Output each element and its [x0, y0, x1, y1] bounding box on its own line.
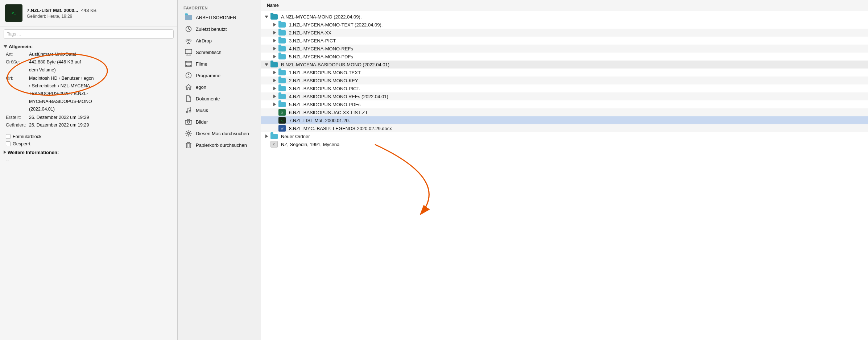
sidebar-item-dokumente[interactable]: Dokumente [179, 93, 259, 104]
disclosure-nz-segedin [264, 142, 269, 147]
folder-icon-a-mycena-text [278, 22, 286, 28]
checkbox-gesperrt-box[interactable] [6, 141, 11, 146]
sidebar-label-filme: Filme [196, 61, 207, 67]
tree-item-b-legends[interactable]: W 8.NZL-MYC.-BASIP.-LEGENDS-2020.02.29.d… [261, 124, 868, 132]
tree-item-a-mycena-refs[interactable]: 4.NZL-MYCENA-MONO-REFs [261, 45, 868, 53]
disclosure-b-key[interactable] [272, 78, 277, 83]
tree-item-nz-segedin[interactable]: 🗒 NZ, Segedin, 1991, Mycena [261, 140, 868, 148]
info-table: Art: Ausführbare Unix-Datei Größe: 442.8… [0, 51, 177, 133]
sidebar-label-programme: Programme [196, 73, 220, 78]
tree-item-a-mycena-text[interactable]: 1.NZL-MYCENA-MONO-TEXT (2022.04.09). [261, 21, 868, 29]
tree-item-b-text[interactable]: 1.NZL-BASIDOPUS-MONO-TEXT [261, 69, 868, 76]
tree-label-b-basidopus: B.NZL-MYCENA-BASIDOPUS-MONO (2022.04.01) [281, 62, 389, 67]
info-label-groesse: Größe: [6, 58, 28, 74]
svg-rect-13 [186, 65, 187, 66]
tags-field[interactable]: Tags ... [4, 29, 174, 39]
tree-label-b-jac: 6.NZL-BASIDOPUS-JAC-XX-LIST-ZT [289, 110, 368, 115]
checkbox-formularblock-label: Formularblock [13, 134, 41, 139]
file-icon-generic-nz: 🗒 [270, 141, 278, 148]
folder-icon-b-key [278, 78, 286, 83]
sidebar-item-arbeitsordner[interactable]: ARBEITSORDNER [179, 12, 259, 23]
disclosure-b-text[interactable] [272, 70, 277, 75]
tree-item-b-basidopus[interactable]: B.NZL-MYCENA-BASIDOPUS-MONO (2022.04.01) [261, 61, 868, 69]
info-row-groesse: Größe: 442.880 Byte (446 KB aufdem Volum… [6, 58, 174, 74]
monitor-icon [185, 49, 192, 56]
tree-label-b-pdfs: 5.NZL-BASIDOPUS-MONO-PDFs [289, 102, 360, 107]
disclosure-b-pict[interactable] [272, 86, 277, 91]
sidebar-item-airdrop[interactable]: AirDrop [179, 35, 259, 46]
disclosure-b-pdfs[interactable] [272, 102, 277, 107]
sidebar-item-musik[interactable]: Musik [179, 105, 259, 116]
sidebar-item-mac-suchen[interactable]: Diesen Mac durchsuchen [179, 128, 259, 139]
sidebar-label-dokumente: Dokumente [196, 96, 220, 101]
tree-item-neuer-ordner[interactable]: Neuer Ordner [261, 132, 868, 140]
weitere-info-section-header[interactable]: Weitere Informationen: [0, 148, 177, 157]
sidebar-label-airdrop: AirDrop [196, 38, 212, 43]
folder-icon-a-mycena-refs [278, 46, 286, 51]
tree-item-a-mycena-pdfs[interactable]: 5.NZL-MYCENA-MONO-PDFs [261, 53, 868, 61]
tree-item-a-mycena[interactable]: A.NZL-MYCENA-MONO (2022.04.09). [261, 13, 868, 21]
svg-line-2 [189, 29, 190, 30]
tree-item-b-pict[interactable]: 3.NZL-BASIDOPUS-MONO-PICT. [261, 84, 868, 92]
checkbox-formularblock[interactable]: Formularblock [0, 133, 177, 140]
disclosure-a-mycena-refs[interactable] [272, 46, 277, 51]
camera-icon [185, 118, 192, 125]
info-value-art: Ausführbare Unix-Datei [29, 51, 76, 58]
svg-point-19 [186, 111, 188, 113]
tree-item-b-refs[interactable]: 4.NZL-BASIDOPUS-MONO REFs (2022.04.01) [261, 92, 868, 100]
sidebar-item-schreibtisch[interactable]: Schreibtisch [179, 47, 259, 58]
sidebar-item-papierkorb[interactable]: Papierkorb durchsuchen [179, 140, 259, 150]
checkbox-gesperrt[interactable]: Gesperrt [0, 140, 177, 148]
tree-label-nz-segedin: NZ, Segedin, 1991, Mycena [281, 142, 339, 147]
compass-icon [185, 72, 192, 79]
disclosure-a-mycena-pict[interactable] [272, 38, 277, 43]
info-row-geaendert: Geändert: 26. Dezember 2022 um 19:29 [6, 121, 174, 129]
disclosure-neuer-ordner[interactable] [264, 134, 269, 139]
disclosure-b-jac [272, 110, 277, 115]
info-row-art: Art: Ausführbare Unix-Datei [6, 51, 174, 58]
tree-item-b-jac[interactable]: X 6.NZL-BASIDOPUS-JAC-XX-LIST-ZT [261, 108, 868, 116]
sidebar-label-arbeitsordner: ARBEITSORDNER [196, 15, 236, 20]
folder-icon-a-mycena [270, 14, 278, 20]
disclosure-a-mycena-pdfs[interactable] [272, 54, 277, 59]
svg-rect-4 [185, 49, 192, 54]
svg-rect-12 [190, 62, 191, 62]
folder-icon-b-pict [278, 86, 286, 91]
disclosure-b-refs[interactable] [272, 94, 277, 99]
tree-item-b-pdfs[interactable]: 5.NZL-BASIDOPUS-MONO-PDFs [261, 100, 868, 108]
sidebar-label-zuletzt: Zuletzt benutzt [196, 26, 227, 32]
tree-item-b-key[interactable]: 2.NZL-BASIDOPUS-MONO-KEY [261, 76, 868, 84]
folder-icon-a-mycena-pict [278, 38, 286, 43]
allgemein-section-header[interactable]: Allgemein: [0, 42, 177, 51]
sidebar-item-filme[interactable]: Filme [179, 58, 259, 69]
tree-item-b-nzl-list[interactable]: >_ 7.NZL-LIST Mat. 2000.01.20. [261, 116, 868, 124]
sidebar-item-bilder[interactable]: Bilder [179, 116, 259, 127]
svg-point-17 [188, 75, 189, 76]
info-panel: >_ 7.NZL-LIST Mat. 2000... 443 KB Geände… [0, 0, 178, 340]
svg-rect-24 [186, 143, 191, 148]
tree-label-a-mycena-xx: 2.NZL-MYCENA-XX [289, 30, 331, 36]
weitere-info-dashes: -- [0, 157, 177, 163]
disclosure-a-mycena-text[interactable] [272, 22, 277, 27]
sidebar-item-programme[interactable]: Programme [179, 70, 259, 81]
disclosure-a-mycena-xx[interactable] [272, 30, 277, 35]
checkbox-formularblock-box[interactable] [6, 134, 11, 139]
sidebar-label-musik: Musik [196, 108, 208, 113]
sidebar-item-egon[interactable]: egon [179, 82, 259, 92]
allgemein-label: Allgemein: [9, 44, 33, 49]
tree-item-a-mycena-xx[interactable]: 2.NZL-MYCENA-XX [261, 29, 868, 37]
disclosure-triangle-allgemein [4, 45, 7, 48]
info-row-erstellt: Erstellt: 26. Dezember 2022 um 19:29 [6, 114, 174, 121]
file-icon-text: >_ [12, 11, 16, 15]
trash-icon [185, 141, 192, 149]
folder-icon-a-mycena-xx [278, 30, 286, 36]
disclosure-b-basidopus[interactable] [264, 62, 269, 67]
info-value-geaendert: 26. Dezember 2022 um 19:29 [29, 121, 89, 129]
tree-item-a-mycena-pict[interactable]: 3.NZL-MYCENA-PICT. [261, 37, 868, 45]
file-icon: >_ [5, 4, 22, 22]
sidebar-item-zuletzt[interactable]: Zuletzt benutzt [179, 24, 259, 34]
svg-point-23 [187, 132, 190, 134]
tree-label-a-mycena-pdfs: 5.NZL-MYCENA-MONO-PDFs [289, 54, 353, 59]
tree-container: A.NZL-MYCENA-MONO (2022.04.09). 1.NZL-MY… [261, 11, 868, 150]
disclosure-a-mycena[interactable] [264, 14, 269, 19]
